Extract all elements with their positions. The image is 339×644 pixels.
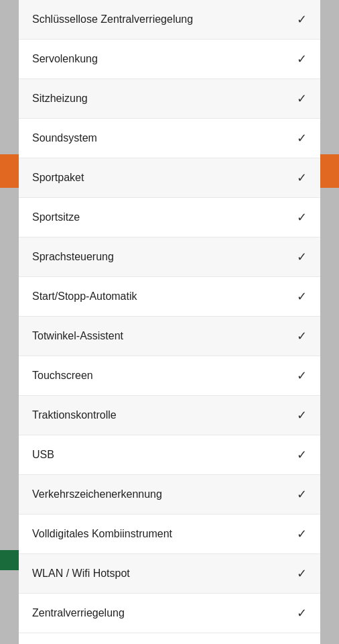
left-badge [0,550,19,570]
item-label: Verkehrszeichenerkennung [32,488,290,502]
check-icon: ✓ [297,566,307,581]
list-item[interactable]: Sprachsteuerung✓ [19,237,320,277]
item-label: Servolenkung [32,52,290,66]
item-label: Volldigitales Kombiinstrument [32,527,290,541]
left-accent-bar [0,154,19,188]
right-accent-bar [320,154,339,188]
item-label: Sportsitze [32,211,290,225]
check-icon: ✓ [297,170,307,185]
check-icon: ✓ [297,91,307,106]
features-modal: Schlüssellose Zentralverriegelung✓Servol… [19,0,320,644]
item-label: Schlüssellose Zentralverriegelung [32,13,290,27]
list-item[interactable]: Schlüssellose Zentralverriegelung✓ [19,0,320,40]
list-item[interactable]: Sportsitze✓ [19,198,320,237]
check-icon: ✓ [297,368,307,383]
check-icon: ✓ [297,408,307,423]
list-item[interactable]: Totwinkel-Assistent✓ [19,317,320,356]
item-label: Sportpaket [32,171,290,185]
check-icon: ✓ [297,52,307,66]
check-icon: ✓ [297,447,307,462]
item-label: Touchscreen [32,369,290,383]
check-icon: ✓ [297,606,307,621]
item-label: Zentralverriegelung [32,606,290,621]
list-item[interactable]: Soundsystem✓ [19,119,320,158]
item-label: Sprachsteuerung [32,250,290,264]
item-label: Soundsystem [32,131,290,146]
list-item[interactable]: Touchscreen✓ [19,356,320,396]
check-icon: ✓ [297,289,307,304]
list-item[interactable]: Volldigitales Kombiinstrument✓ [19,515,320,554]
item-label: USB [32,448,290,462]
list-item[interactable]: Verkehrszeichenerkennung✓ [19,475,320,515]
check-icon: ✓ [297,329,307,343]
list-item[interactable]: USB✓ [19,435,320,475]
item-label: Sitzheizung [32,92,290,106]
list-item[interactable]: Servolenkung✓ [19,40,320,79]
list-item[interactable]: WLAN / Wifi Hotspot✓ [19,554,320,594]
check-icon: ✓ [297,527,307,541]
list-item[interactable]: Sitzheizung✓ [19,79,320,119]
list-item[interactable]: Sportpaket✓ [19,158,320,198]
list-item[interactable]: Traktionskontrolle✓ [19,396,320,435]
item-label: Start/Stopp-Automatik [32,290,290,304]
check-icon: ✓ [297,487,307,502]
list-item[interactable]: Start/Stopp-Automatik✓ [19,277,320,317]
item-label: Traktionskontrolle [32,409,290,423]
check-icon: ✓ [297,131,307,146]
item-label: Totwinkel-Assistent [32,329,290,343]
list-item[interactable]: Zentralverriegelung✓ [19,594,320,633]
check-icon: ✓ [297,210,307,225]
check-icon: ✓ [297,12,307,27]
check-icon: ✓ [297,250,307,264]
item-label: WLAN / Wifi Hotspot [32,567,290,581]
